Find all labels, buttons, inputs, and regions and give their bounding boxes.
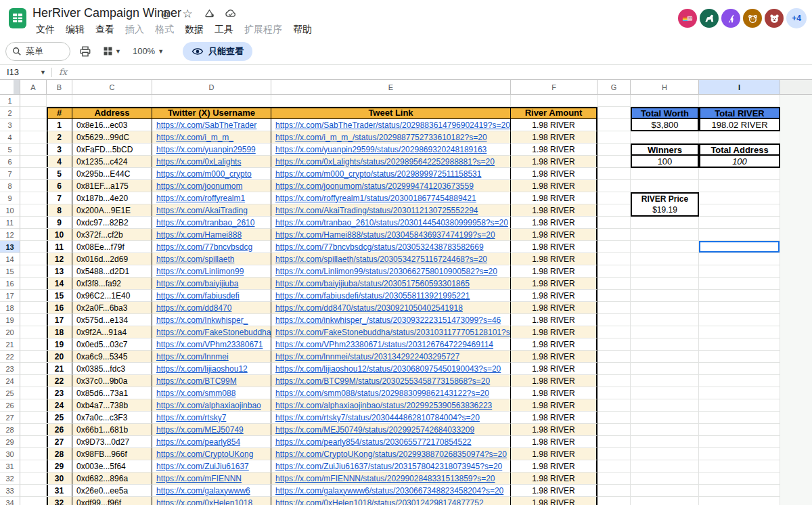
cell-I28[interactable] bbox=[699, 424, 780, 436]
cell-D3[interactable]: https://x.com/SabTheTrader bbox=[152, 119, 271, 131]
cell-D20[interactable]: https://x.com/FakeStonebuddha bbox=[152, 326, 271, 338]
cell-F28[interactable]: 1.98 RIVER bbox=[511, 424, 597, 436]
twitter-link[interactable]: https://x.com/Inkwhisper_ bbox=[156, 315, 248, 325]
cell-C16[interactable]: 0xf3f8...fa92 bbox=[72, 278, 152, 290]
cell-A18[interactable] bbox=[20, 302, 47, 314]
cell-A25[interactable] bbox=[20, 387, 47, 399]
cell-D4[interactable]: https://x.com/i_m_m_ bbox=[152, 131, 271, 144]
cell-A11[interactable] bbox=[20, 217, 47, 229]
cell-C13[interactable]: 0x08Ee...f79f bbox=[72, 241, 152, 253]
tweet-link[interactable]: https://x.com/baiyijiuba/status/20305175… bbox=[275, 279, 470, 288]
cell-I1[interactable] bbox=[699, 95, 780, 107]
row-header-18[interactable]: 18 bbox=[0, 302, 20, 314]
cell-B28[interactable]: 26 bbox=[47, 424, 72, 436]
cell-E9[interactable]: https://x.com/roffyrealm1/status/2030018… bbox=[271, 192, 511, 204]
cell-C31[interactable]: 0x003e...5f64 bbox=[72, 460, 152, 473]
cell-C25[interactable]: 0x85d6...73a1 bbox=[72, 387, 152, 399]
cell-F1[interactable] bbox=[511, 95, 597, 107]
tweet-link[interactable]: https://x.com/roffyrealm1/status/2030018… bbox=[275, 194, 476, 203]
cell-I34[interactable] bbox=[699, 497, 780, 505]
cell-I10[interactable] bbox=[699, 204, 780, 217]
cell-F11[interactable]: 1.98 RIVER bbox=[511, 217, 597, 229]
cell-C11[interactable]: 0xdc97...82B2 bbox=[72, 217, 152, 229]
cell-C3[interactable]: 0x8e16...ec03 bbox=[72, 119, 152, 131]
tweet-link[interactable]: https://x.com/fabiusdefi/status/20305581… bbox=[275, 291, 470, 301]
cell-B22[interactable]: 20 bbox=[47, 351, 72, 363]
cell-D19[interactable]: https://x.com/Inkwhisper_ bbox=[152, 314, 271, 326]
menu-item-4[interactable]: 格式 bbox=[150, 22, 179, 37]
at-badge-icon[interactable]: @ bbox=[160, 7, 172, 20]
tweet-link[interactable]: https://x.com/lijiaoshou12/status/203068… bbox=[275, 364, 501, 374]
tweet-link[interactable]: https://x.com/joonumom/status/2029994741… bbox=[275, 181, 474, 191]
cell-F29[interactable]: 1.98 RIVER bbox=[511, 436, 597, 448]
cell-C18[interactable]: 0x2a0F...6ba3 bbox=[72, 302, 152, 314]
cell-A29[interactable] bbox=[20, 436, 47, 448]
cell-C6[interactable]: 0x1235...c424 bbox=[72, 156, 152, 168]
cell-I18[interactable] bbox=[699, 302, 780, 314]
twitter-link[interactable]: https://x.com/pearly854 bbox=[156, 437, 240, 447]
twitter-link[interactable]: https://x.com/yuanpin29599 bbox=[156, 145, 256, 154]
cell-A10[interactable] bbox=[20, 204, 47, 217]
row-header-11[interactable]: 11 bbox=[0, 217, 20, 229]
tweet-link[interactable]: https://x.com/SabTheTrader/status/202988… bbox=[275, 120, 510, 130]
cell-F16[interactable]: 1.98 RIVER bbox=[511, 278, 597, 290]
cell-I30[interactable] bbox=[699, 448, 780, 460]
twitter-link[interactable]: https://x.com/MEJ50749 bbox=[156, 425, 244, 435]
cell-G12[interactable] bbox=[597, 229, 631, 241]
twitter-link[interactable]: https://x.com/alphaxiaojinbao bbox=[156, 401, 261, 410]
cell-A23[interactable] bbox=[20, 363, 47, 375]
cell-G9[interactable] bbox=[597, 192, 631, 204]
cell-G4[interactable] bbox=[597, 131, 631, 144]
cell-E17[interactable]: https://x.com/fabiusdefi/status/20305581… bbox=[271, 290, 511, 302]
cell-C4[interactable]: 0x5629...99dC bbox=[72, 131, 152, 144]
cell-A19[interactable] bbox=[20, 314, 47, 326]
cell-C15[interactable]: 0x5488...d2D1 bbox=[72, 265, 152, 278]
cell-I23[interactable] bbox=[699, 363, 780, 375]
cell-H24[interactable] bbox=[631, 375, 699, 387]
cell-H19[interactable] bbox=[631, 314, 699, 326]
cell-D13[interactable]: https://x.com/77bncvbsdcg bbox=[152, 241, 271, 253]
row-header-22[interactable]: 22 bbox=[0, 351, 20, 363]
cell-C34[interactable]: 0xdf99...f96f bbox=[72, 497, 152, 505]
twitter-link[interactable]: https://x.com/0xLalights bbox=[156, 157, 241, 167]
col-header-E[interactable]: E bbox=[271, 80, 511, 95]
cell-D15[interactable]: https://x.com/Linlimon99 bbox=[152, 265, 271, 278]
row-header-16[interactable]: 16 bbox=[0, 278, 20, 290]
cell-A32[interactable] bbox=[20, 473, 47, 485]
row-header-14[interactable]: 14 bbox=[0, 253, 20, 265]
twitter-link[interactable]: https://x.com/spillaeth bbox=[156, 255, 234, 264]
cell-D12[interactable]: https://x.com/Hamei888 bbox=[152, 229, 271, 241]
cell-D9[interactable]: https://x.com/roffyrealm1 bbox=[152, 192, 271, 204]
cell-H11[interactable] bbox=[631, 217, 699, 229]
cell-F20[interactable]: 1.98 RIVER bbox=[511, 326, 597, 338]
cell-D14[interactable]: https://x.com/spillaeth bbox=[152, 253, 271, 265]
cell-B21[interactable]: 19 bbox=[47, 338, 72, 351]
row-header-8[interactable]: 8 bbox=[0, 180, 20, 192]
cell-H17[interactable] bbox=[631, 290, 699, 302]
row-header-30[interactable]: 30 bbox=[0, 448, 20, 460]
cell-H1[interactable] bbox=[631, 95, 699, 107]
cell-G31[interactable] bbox=[597, 460, 631, 473]
cell-C33[interactable]: 0x26e0...ee5a bbox=[72, 485, 152, 497]
col-header-H[interactable]: H bbox=[631, 80, 699, 95]
cell-A31[interactable] bbox=[20, 460, 47, 473]
row-header-12[interactable]: 12 bbox=[0, 229, 20, 241]
cell-B29[interactable]: 27 bbox=[47, 436, 72, 448]
cell-B11[interactable]: 9 bbox=[47, 217, 72, 229]
menus-search-input[interactable]: 菜单 bbox=[5, 42, 70, 61]
summary-total-river-value[interactable]: 198.02 RIVER bbox=[699, 119, 780, 131]
cell-C1[interactable] bbox=[72, 95, 152, 107]
cell-G21[interactable] bbox=[597, 338, 631, 351]
cell-F7[interactable]: 1.98 RIVER bbox=[511, 168, 597, 180]
cell-G6[interactable] bbox=[597, 156, 631, 168]
cell-G28[interactable] bbox=[597, 424, 631, 436]
cell-B19[interactable]: 17 bbox=[47, 314, 72, 326]
cell-D23[interactable]: https://x.com/lijiaoshou12 bbox=[152, 363, 271, 375]
summary-total-river-label[interactable]: Total RIVER bbox=[699, 107, 780, 119]
cell-E4[interactable]: https://x.com/i_m_m_/status/202988775273… bbox=[271, 131, 511, 144]
cell-E18[interactable]: https://x.com/dd8470/status/203092105040… bbox=[271, 302, 511, 314]
cell-B1[interactable] bbox=[47, 95, 72, 107]
cell-G8[interactable] bbox=[597, 180, 631, 192]
cell-B30[interactable]: 28 bbox=[47, 448, 72, 460]
cell-H27[interactable] bbox=[631, 412, 699, 424]
